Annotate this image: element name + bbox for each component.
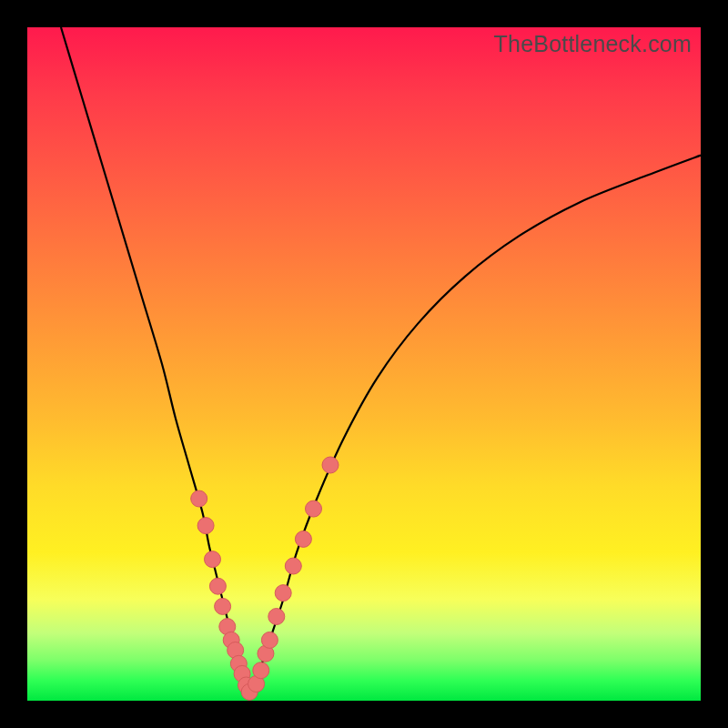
chart-frame: TheBottleneck.com <box>0 0 728 728</box>
data-point <box>253 662 269 679</box>
data-point <box>306 500 322 517</box>
data-point <box>215 598 231 614</box>
data-point <box>205 551 221 568</box>
data-point <box>268 609 285 625</box>
data-point <box>197 518 214 534</box>
curve-right-branch <box>249 156 701 694</box>
plot-area: TheBottleneck.com <box>27 27 701 701</box>
curves-group <box>61 27 701 694</box>
data-point <box>285 558 301 574</box>
data-point <box>295 531 311 547</box>
data-points-group <box>191 457 339 700</box>
data-point <box>322 457 339 473</box>
data-point <box>191 490 207 507</box>
data-point <box>275 585 291 602</box>
data-point <box>209 578 226 594</box>
data-point <box>261 632 278 648</box>
chart-overlay <box>27 27 701 701</box>
